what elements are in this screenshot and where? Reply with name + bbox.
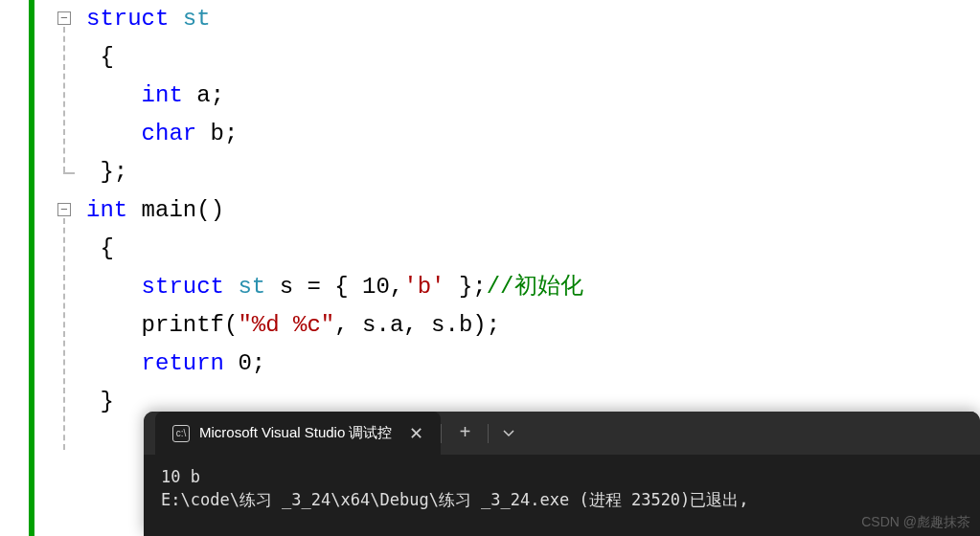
- keyword: char: [142, 121, 197, 146]
- code-line: struct st: [86, 0, 583, 38]
- keyword: return: [142, 350, 224, 376]
- terminal-output[interactable]: 10 b E:\code\练习 _3_24\x64\Debug\练习 _3_24…: [144, 455, 980, 524]
- code-text: main(): [127, 197, 224, 223]
- type-name: st: [169, 6, 210, 32]
- code-line: };: [86, 153, 583, 191]
- chevron-down-icon: [502, 426, 515, 439]
- add-tab-button[interactable]: +: [442, 422, 488, 444]
- keyword: struct: [142, 274, 224, 300]
- brace: {: [100, 44, 113, 70]
- terminal-tab[interactable]: c:\ Microsoft Visual Studio 调试控 ✕: [155, 412, 441, 455]
- code-text: s = { 10,: [265, 274, 403, 300]
- fold-line: [63, 27, 65, 172]
- terminal-icon: c:\: [172, 425, 190, 442]
- type-name: st: [224, 274, 265, 300]
- fold-toggle-struct[interactable]: −: [57, 11, 71, 25]
- watermark: CSDN @彪趣抹茶: [861, 514, 970, 531]
- change-indicator: [29, 0, 34, 536]
- code-line: int a;: [86, 77, 583, 115]
- fold-end: [63, 172, 75, 174]
- minus-icon: −: [60, 12, 68, 25]
- tab-title: Microsoft Visual Studio 调试控: [199, 424, 392, 442]
- tab-dropdown-button[interactable]: [489, 420, 529, 446]
- brace: }: [100, 389, 113, 414]
- brace: {: [100, 235, 113, 261]
- code-text: };: [445, 274, 487, 300]
- code-text: b;: [196, 121, 238, 146]
- terminal-window: c:\ Microsoft Visual Studio 调试控 ✕ + 10 b…: [144, 412, 980, 536]
- code-area[interactable]: struct st { int a; char b; }; int main()…: [86, 0, 583, 421]
- code-line: int main(): [86, 191, 583, 230]
- minus-icon: −: [60, 204, 68, 216]
- keyword: int: [86, 197, 127, 223]
- code-line: {: [86, 230, 583, 268]
- code-text: a;: [183, 82, 224, 108]
- code-line: return 0;: [86, 345, 583, 383]
- terminal-titlebar[interactable]: c:\ Microsoft Visual Studio 调试控 ✕ +: [144, 412, 980, 455]
- keyword: struct: [86, 6, 169, 32]
- close-icon[interactable]: ✕: [409, 423, 423, 444]
- paren: (: [224, 312, 238, 338]
- code-text: , s.a, s.b);: [334, 312, 500, 338]
- comment: //初始化: [487, 274, 583, 300]
- code-line: char b;: [86, 115, 583, 153]
- code-line: struct st s = { 10,'b' };//初始化: [86, 268, 583, 306]
- icon-text: c:\: [176, 428, 187, 438]
- brace: };: [100, 159, 127, 185]
- output-line: 10 b: [161, 466, 963, 489]
- code-text: 0;: [224, 350, 265, 376]
- keyword: int: [142, 82, 183, 108]
- fold-toggle-main[interactable]: −: [57, 203, 71, 216]
- code-line: {: [86, 38, 583, 77]
- output-line: E:\code\练习 _3_24\x64\Debug\练习 _3_24.exe …: [161, 489, 963, 512]
- char-literal: 'b': [403, 274, 444, 300]
- code-line: printf("%d %c", s.a, s.b);: [86, 306, 583, 345]
- function-call: printf: [142, 312, 224, 338]
- string-literal: "%d %c": [238, 312, 334, 338]
- fold-line: [63, 218, 65, 450]
